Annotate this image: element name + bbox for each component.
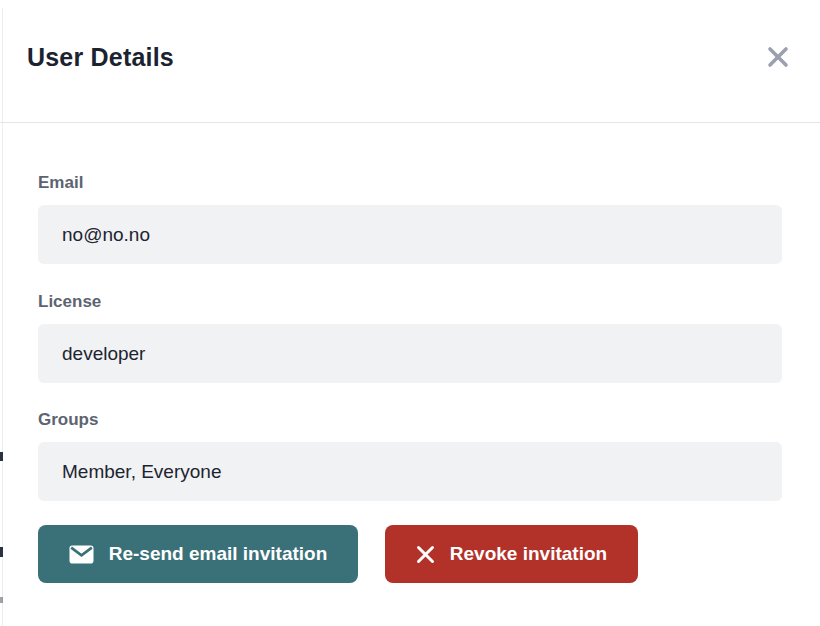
close-button[interactable]	[764, 43, 792, 71]
license-label: License	[38, 292, 782, 312]
email-label: Email	[38, 173, 782, 193]
action-button-row: Re-send email invitation Revoke invitati…	[38, 525, 638, 583]
x-icon	[416, 545, 435, 564]
groups-field[interactable]	[38, 442, 782, 501]
revoke-invitation-label: Revoke invitation	[450, 543, 607, 565]
resend-invitation-button[interactable]: Re-send email invitation	[38, 525, 358, 583]
envelope-icon	[69, 545, 94, 564]
x-close-icon	[766, 45, 790, 69]
groups-label: Groups	[38, 410, 782, 430]
user-details-modal: User Details Email License Groups	[3, 0, 820, 626]
email-field[interactable]	[38, 205, 782, 264]
license-field[interactable]	[38, 324, 782, 383]
resend-invitation-label: Re-send email invitation	[109, 543, 328, 565]
modal-body: Email License Groups Re-send email invit…	[38, 123, 782, 626]
license-field-group: License	[38, 292, 782, 383]
groups-field-group: Groups	[38, 410, 782, 501]
modal-title: User Details	[27, 43, 174, 72]
email-field-group: Email	[38, 173, 782, 264]
modal-header: User Details	[3, 0, 820, 122]
revoke-invitation-button[interactable]: Revoke invitation	[385, 525, 638, 583]
